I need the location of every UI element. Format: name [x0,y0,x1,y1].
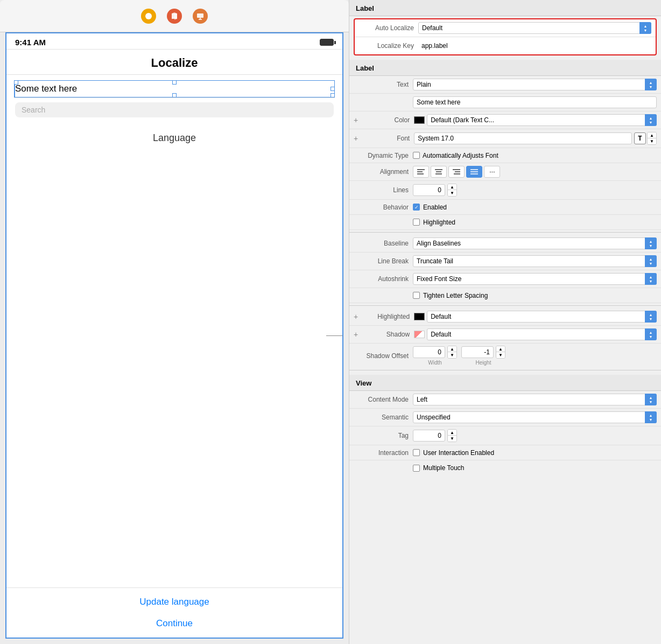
font-row: + Font System 17.0 T ▲ ▼ [349,129,661,148]
handle-top-center[interactable] [172,80,177,85]
shadow-row: + Shadow Default ▲ ▼ [349,326,661,344]
localize-key-row: Localize Key [355,37,656,54]
text-type-wrapper[interactable]: Plain ▲ ▼ [413,79,657,90]
autoshrink-select[interactable]: Fixed Font Size [413,273,657,285]
lines-stepper-up[interactable]: ▲ [448,184,456,190]
content-mode-select[interactable]: Left [413,394,657,405]
shadow-color-swatch[interactable] [414,331,425,338]
shadow-height-input[interactable] [461,346,494,358]
toolbar-icon-presentation[interactable] [193,9,208,24]
auto-localize-row: Auto Localize Default ▲ ▼ [355,19,656,37]
shadow-height-group: ▲ ▼ Height [461,346,505,366]
behavior-label: Behavior [354,204,413,211]
baseline-select-wrapper[interactable]: Align Baselines ▲ ▼ [413,237,657,249]
enabled-checkbox[interactable] [413,204,420,211]
line-break-select-wrapper[interactable]: Truncate Tail ▲ ▼ [413,255,657,267]
auto-localize-select[interactable]: Default [418,22,651,34]
simulator-frame: › 9:41 AM Localize Some text here Search… [5,32,343,639]
shadow-width-group: ▲ ▼ Width [413,346,457,366]
lines-stepper[interactable]: ▲ ▼ [447,184,457,197]
font-stepper-up[interactable]: ▲ [648,132,656,138]
color-select-wrapper[interactable]: Default (Dark Text C... ▲ ▼ [427,114,657,126]
shadow-width-up[interactable]: ▲ [448,346,456,352]
handle-bottom-right[interactable] [330,93,335,97]
continue-button[interactable]: Continue [15,618,334,629]
localize-key-label: Localize Key [359,42,418,50]
right-panel: Label Auto Localize Default ▲ ▼ Localize… [349,0,661,644]
font-select-wrapper[interactable]: System 17.0 [414,132,632,144]
line-break-select[interactable]: Truncate Tail [413,255,657,267]
behavior-highlighted-row: Highlighted [349,215,661,230]
color-swatch-black[interactable] [414,116,425,124]
color-plus[interactable]: + [354,116,358,124]
line-break-row: Line Break Truncate Tail ▲ ▼ [349,253,661,270]
align-center-btn[interactable] [431,166,447,178]
dynamic-type-row: Dynamic Type Automatically Adjusts Font [349,148,661,163]
shadow-width-stepper: ▲ ▼ [413,346,457,359]
shadow-height-down[interactable]: ▼ [496,352,505,358]
label-text: Some text here [15,83,77,94]
align-natural-btn[interactable]: - - - [484,166,500,178]
align-left-btn[interactable] [413,166,429,178]
text-content-input[interactable] [413,96,657,108]
shadow-height-stepbtns[interactable]: ▲ ▼ [496,346,505,359]
text-type-select[interactable]: Plain [413,79,657,90]
shadow-height-label: Height [476,360,491,366]
shadow-width-down[interactable]: ▼ [448,352,456,358]
shadow-label: Shadow [360,331,414,338]
highlighted-checkbox[interactable] [413,219,420,226]
baseline-select[interactable]: Align Baselines [413,237,657,249]
tag-stepper-up[interactable]: ▲ [448,430,456,436]
dynamic-type-checkbox[interactable] [413,152,420,159]
tag-stepper[interactable]: ▲ ▼ [447,429,457,442]
dynamic-type-text: Automatically Adjusts Font [423,152,498,159]
font-plus[interactable]: + [354,134,358,143]
font-stepper-down[interactable]: ▼ [648,138,656,144]
highlighted-plus[interactable]: + [354,312,358,321]
color-select[interactable]: Default (Dark Text C... [427,114,657,126]
shadow-plus[interactable]: + [354,330,358,339]
highlighted-color-swatch[interactable] [414,313,425,320]
handle-top-left[interactable] [14,80,18,85]
shadow-select[interactable]: Default [427,328,657,340]
lines-stepper-down[interactable]: ▼ [448,190,456,196]
update-language-button[interactable]: Update language [15,597,334,607]
font-T-button[interactable]: T [634,132,646,144]
tag-row: Tag ▲ ▼ [349,426,661,445]
shadow-select-wrapper[interactable]: Default ▲ ▼ [427,328,657,340]
shadow-offset-label: Shadow Offset [354,352,413,360]
autoshrink-select-wrapper[interactable]: Fixed Font Size ▲ ▼ [413,273,657,285]
search-placeholder: Search [22,106,45,114]
shadow-height-up[interactable]: ▲ [496,346,505,352]
left-panel: › 9:41 AM Localize Some text here Search… [0,0,349,644]
semantic-select[interactable]: Unspecified [413,411,657,423]
toolbar-icon-circle[interactable] [141,9,156,24]
interaction-checkbox[interactable] [413,449,420,456]
lines-input[interactable] [413,184,445,196]
shadow-width-input[interactable] [413,346,445,358]
align-justify-btn[interactable] [466,166,482,178]
toolbar-icon-cube[interactable] [167,9,182,24]
tag-stepper-down[interactable]: ▼ [448,436,456,442]
handle-bottom-center[interactable] [172,93,177,97]
multiple-touch-checkbox-row: Multiple Touch [413,464,465,472]
localize-key-input[interactable] [418,40,651,52]
align-right-btn[interactable] [448,166,465,178]
tag-input[interactable] [413,430,445,442]
font-select[interactable]: System 17.0 [414,132,632,144]
tighten-checkbox[interactable] [413,292,420,299]
shadow-width-stepbtns[interactable]: ▲ ▼ [447,346,457,359]
toolbar [0,0,349,32]
handle-middle-right[interactable] [330,87,335,91]
font-stepper[interactable]: ▲ ▼ [647,132,657,145]
highlighted-color-select[interactable]: Default [427,311,657,323]
auto-localize-select-wrapper[interactable]: Default ▲ ▼ [418,22,651,34]
color-label: Color [360,116,414,124]
label-container[interactable]: Some text here [14,80,335,98]
semantic-wrapper[interactable]: Unspecified ▲ ▼ [413,411,657,423]
content-mode-wrapper[interactable]: Left ▲ ▼ [413,394,657,405]
tag-stepper-wrapper: ▲ ▼ [413,429,457,442]
multiple-touch-checkbox[interactable] [413,465,420,472]
highlighted-color-wrapper[interactable]: Default ▲ ▼ [427,311,657,323]
search-bar[interactable]: Search [15,102,334,117]
